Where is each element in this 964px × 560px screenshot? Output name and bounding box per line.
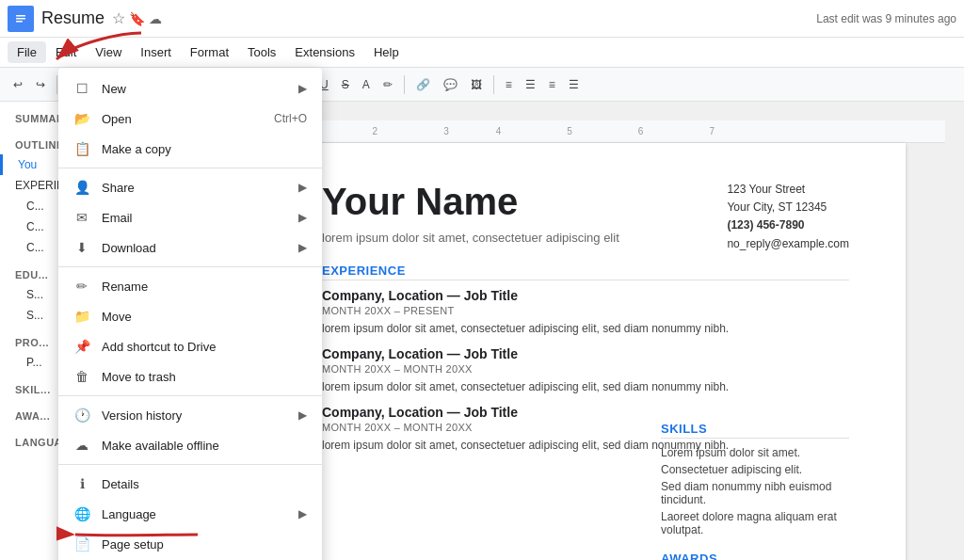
- menu-edit[interactable]: Edit: [46, 41, 86, 63]
- svg-rect-3: [16, 18, 25, 20]
- dd-email-label: Email: [102, 211, 287, 225]
- dd-move[interactable]: 📁 Move: [58, 301, 322, 331]
- dd-new[interactable]: ☐ New ▶: [58, 73, 322, 104]
- bookmark-icon[interactable]: 🔖: [129, 11, 145, 26]
- offline-icon: ☁: [73, 437, 90, 454]
- dd-rename[interactable]: ✏ Rename: [58, 271, 322, 301]
- dropdown-menu: ☐ New ▶ 📂 Open Ctrl+O 📋 Make a copy 👤 Sh…: [58, 68, 322, 560]
- dd-open-label: Open: [102, 112, 263, 126]
- rename-icon: ✏: [73, 278, 90, 295]
- link-button[interactable]: 🔗: [410, 74, 436, 95]
- dd-open[interactable]: 📂 Open Ctrl+O: [58, 104, 322, 134]
- dd-details[interactable]: ℹ Details: [58, 469, 322, 499]
- ruler: 1 2 3 4 5 6 7: [226, 120, 945, 143]
- new-icon: ☐: [73, 80, 90, 97]
- dd-trash[interactable]: 🗑 Move to trash: [58, 361, 322, 392]
- address-phone: (123) 456-7890: [727, 216, 849, 234]
- awards-heading: AWARDS: [661, 552, 849, 560]
- share-arrow-icon: ▶: [298, 181, 307, 194]
- align-center-button[interactable]: ☰: [520, 74, 541, 95]
- version-arrow-icon: ▶: [298, 408, 307, 422]
- svg-rect-4: [16, 21, 23, 23]
- dd-rename-label: Rename: [102, 280, 307, 294]
- image-button[interactable]: 🖼: [465, 74, 488, 95]
- toolbar-sep-3: [404, 75, 405, 94]
- undo-button[interactable]: ↩: [8, 74, 28, 95]
- align-justify-button[interactable]: ☰: [563, 74, 585, 95]
- dd-move-label: Move: [102, 310, 307, 324]
- star-icon[interactable]: ☆: [112, 9, 125, 27]
- skills-section: SKILLS Lorem ipsum dolor sit amet. Conse…: [661, 407, 849, 560]
- dd-shortcut-label: Add shortcut to Drive: [102, 340, 307, 354]
- share-icon: 👤: [73, 179, 90, 196]
- dd-copy-label: Make a copy: [102, 142, 307, 156]
- toolbar-sep-4: [493, 75, 494, 94]
- shortcut-icon: 📌: [73, 338, 90, 355]
- dd-sep-4: [58, 464, 322, 465]
- dd-details-label: Details: [102, 477, 307, 491]
- dd-download[interactable]: ⬇ Download ▶: [58, 232, 322, 263]
- align-left-button[interactable]: ≡: [500, 74, 518, 95]
- new-arrow-icon: ▶: [298, 82, 307, 95]
- experience-heading: EXPERIENCE: [322, 264, 849, 280]
- strikethrough-button[interactable]: S: [336, 74, 355, 95]
- details-icon: ℹ: [73, 475, 90, 492]
- cloud-icon[interactable]: ☁: [149, 11, 162, 26]
- dd-email[interactable]: ✉ Email ▶: [58, 202, 322, 232]
- last-edit: Last edit was 9 minutes ago: [816, 12, 956, 25]
- open-icon: 📂: [73, 110, 90, 127]
- address-line2: Your City, ST 12345: [727, 199, 849, 216]
- dd-pagesetup[interactable]: 📄 Page setup: [58, 529, 322, 559]
- dd-offline-label: Make available offline: [102, 439, 307, 453]
- job-2-title: Company, Location — Job Title: [322, 346, 849, 361]
- move-icon: 📁: [73, 308, 90, 325]
- copy-icon: 📋: [73, 140, 90, 157]
- svg-rect-2: [16, 15, 25, 17]
- job-2-desc: lorem ipsum dolor sit amet, consectetuer…: [322, 378, 849, 395]
- menu-extensions[interactable]: Extensions: [285, 41, 364, 63]
- skill-2: Consectetuer adipiscing elit.: [661, 463, 849, 476]
- open-shortcut: Ctrl+O: [274, 112, 307, 125]
- redo-button[interactable]: ↪: [30, 74, 51, 95]
- dd-sep-1: [58, 168, 322, 168]
- dd-version-label: Version history: [102, 408, 287, 423]
- language-icon: 🌐: [73, 505, 90, 522]
- dd-offline[interactable]: ☁ Make available offline: [58, 430, 322, 460]
- dd-share-label: Share: [102, 181, 287, 195]
- language-arrow-icon: ▶: [298, 507, 307, 520]
- skills-heading: SKILLS: [661, 422, 849, 439]
- dd-version[interactable]: 🕐 Version history ▶: [58, 400, 322, 430]
- doc-address: 123 Your Street Your City, ST 12345 (123…: [727, 181, 849, 253]
- version-icon: 🕐: [73, 407, 90, 424]
- skill-1: Lorem ipsum dolor sit amet.: [661, 446, 849, 459]
- menu-insert[interactable]: Insert: [131, 41, 181, 63]
- comment-button[interactable]: 💬: [438, 74, 463, 95]
- email-arrow-icon: ▶: [298, 211, 307, 224]
- dd-download-label: Download: [102, 241, 287, 255]
- menu-help[interactable]: Help: [364, 41, 409, 63]
- job-1-title: Company, Location — Job Title: [322, 288, 849, 303]
- address-email: no_reply@example.com: [727, 235, 849, 253]
- download-icon: ⬇: [73, 239, 90, 256]
- dd-new-label: New: [102, 82, 287, 96]
- menu-tools[interactable]: Tools: [238, 41, 285, 63]
- dd-share[interactable]: 👤 Share ▶: [58, 172, 322, 202]
- dd-sep-2: [58, 266, 322, 267]
- job-1-desc: lorem ipsum dolor sit amet, consectetuer…: [322, 320, 849, 337]
- dd-pagesetup-label: Page setup: [102, 537, 307, 552]
- pagesetup-icon: 📄: [73, 536, 90, 552]
- menu-view[interactable]: View: [86, 41, 131, 63]
- text-color-button[interactable]: A: [357, 74, 376, 95]
- highlight-button[interactable]: ✏: [378, 74, 398, 95]
- address-line1: 123 Your Street: [727, 181, 849, 199]
- dd-shortcut[interactable]: 📌 Add shortcut to Drive: [58, 331, 322, 361]
- dd-copy[interactable]: 📋 Make a copy: [58, 134, 322, 164]
- dd-language[interactable]: 🌐 Language ▶: [58, 499, 322, 529]
- align-right-button[interactable]: ≡: [543, 74, 561, 95]
- job-1: Company, Location — Job Title MONTH 20XX…: [322, 288, 849, 337]
- doc-title: Resume: [41, 8, 104, 28]
- dd-sep-3: [58, 395, 322, 396]
- title-bar: Resume ☆ 🔖 ☁ Last edit was 9 minutes ago: [0, 0, 964, 38]
- menu-file[interactable]: File: [8, 41, 46, 63]
- menu-format[interactable]: Format: [181, 41, 238, 63]
